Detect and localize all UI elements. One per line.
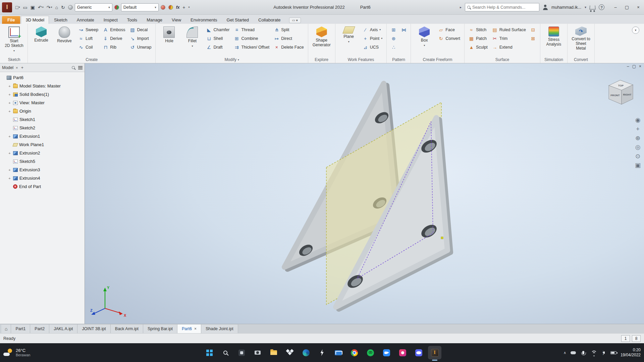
redo-button[interactable]: ↷▾ [46,4,53,11]
tree-item-part6[interactable]: Part6 [1,73,85,82]
taskbar-inventor-icon[interactable] [428,346,441,359]
tray-battery-icon[interactable] [610,350,616,356]
taskbar-spotify-icon[interactable] [364,346,377,359]
revolve-button[interactable]: Revolve [53,25,75,45]
convert-button[interactable]: ↻Convert [436,34,462,43]
draft-button[interactable]: ∠Draft [204,43,231,51]
new-file-button[interactable]: □▾ [14,4,21,11]
taskbar-zoom-icon[interactable] [380,346,393,359]
derive-button[interactable]: ⇓Derive [101,34,127,43]
tree-item-end-of-part[interactable]: End of Part [1,182,85,191]
rib-button[interactable]: ⊓Rib [101,43,127,51]
replace-face-icon-button[interactable]: ⊟ [529,25,538,34]
panel-label-sketch[interactable]: Sketch [1,56,28,63]
browser-search-icon[interactable] [72,66,75,69]
collapse-search-icon[interactable]: ▸ [460,5,462,9]
doc-tab-joint-3b-ipt[interactable]: JOINT 3B.ipt [77,324,110,333]
measure-button[interactable]: + [181,4,186,11]
emboss-button[interactable]: AEmboss [101,25,127,34]
panel-label-pattern[interactable]: Pattern [387,56,411,63]
hidden-icons-chevron[interactable]: ∧ [564,351,566,355]
shape-generator-button[interactable]: Shape Generator [311,25,333,49]
orbit-icon[interactable]: ◎ [635,144,641,150]
panel-label-explore[interactable]: Explore [308,56,335,63]
point-button[interactable]: +Point▾ [361,34,384,43]
ribbon-tab-tools[interactable]: Tools [123,16,142,24]
tree-item-view-master[interactable]: +View: Master [1,99,85,107]
doc-tab-shade-joint-ipt[interactable]: Shade Joint.ipt [201,324,238,333]
zoom-icon[interactable]: ⊕ [635,135,640,141]
delete-face-button[interactable]: ×Delete Face [272,43,305,51]
taskbar-zap-icon[interactable] [315,346,329,359]
face-button[interactable]: ▱Face [436,25,462,34]
taskbar-dropbox-icon[interactable] [283,346,297,359]
tree-item-extrusion3[interactable]: +Extrusion3 [1,166,85,174]
tray-cloud-icon[interactable] [570,350,576,356]
browser-tab-model[interactable]: Model [2,65,13,70]
look-at-icon[interactable]: ⊙ [635,153,640,159]
cart-icon[interactable] [589,5,595,9]
home-tab[interactable]: ⌂ [1,324,11,333]
axis-button[interactable]: ∕Axis▾ [361,25,384,34]
rectangular-pattern-icon-button[interactable]: ⊞ [389,25,398,34]
taskbar-task-view-icon[interactable] [235,346,248,359]
taskbar-discord-icon[interactable] [412,346,425,359]
navigation-wheel-icon[interactable]: ◉ [635,117,641,123]
circular-pattern-icon-button[interactable]: ⊛ [389,34,398,43]
ruled-surface-button[interactable]: ▤Ruled Surface [490,25,528,34]
thicken-offset-button[interactable]: ⇉Thicken/ Offset [232,43,271,51]
panel-label-convert[interactable]: Convert [568,56,594,63]
ribbon-tab-annotate[interactable]: Annotate [72,16,99,24]
taskbar-start-icon[interactable] [203,346,216,359]
panel-label-create[interactable]: Create [28,56,155,63]
taskbar-edge-icon[interactable] [299,346,313,359]
fillet-button[interactable]: Fillet▾ [181,25,203,49]
plane-button[interactable]: Plane▾ [338,25,360,44]
ribbon-tab-file[interactable]: File [2,16,20,24]
doc-tab-part6[interactable]: Part6× [177,324,201,333]
tray-volume-icon[interactable] [600,350,606,356]
maximize-button[interactable]: ▢ [621,0,633,15]
appearance-ball-button[interactable] [113,4,120,10]
sculpt-button[interactable]: ▲Sculpt [467,43,489,51]
parameters-button[interactable]: fx [175,4,181,10]
tree-item-extrusion2[interactable]: +Extrusion2 [1,149,85,157]
material-ball-button[interactable] [67,4,74,10]
convert-to-sheet-metal-button[interactable]: Convert to Sheet Metal [570,25,592,52]
expand-icon[interactable]: + [8,84,11,88]
ribbon-tab-3d-model[interactable]: 3D Model [21,16,49,24]
ribbon-tab-manage[interactable]: Manage [142,16,167,24]
open-button[interactable]: ▭ [22,4,28,11]
appearance-select[interactable]: Default▾ [121,3,159,11]
delete-surface-icon-button[interactable]: ⊠ [529,34,538,43]
extrude-button[interactable]: Extrude [30,25,52,44]
doc-tab-part2[interactable]: Part2 [30,324,49,333]
expand-icon[interactable]: + [8,151,11,155]
tree-item-work-plane1[interactable]: Work Plane1 [1,140,85,149]
taskbar-camera-icon[interactable] [251,346,264,359]
patch-button[interactable]: ▦Patch [467,34,489,43]
help-icon[interactable]: ? [599,4,604,10]
doc-close-button[interactable]: × [639,64,641,69]
qat-customize-button[interactable]: ▾ [187,5,191,9]
trim-button[interactable]: ✂Trim [490,34,528,43]
expand-icon[interactable]: + [8,134,11,138]
extend-button[interactable]: →Extend [490,43,528,51]
mirror-icon-button[interactable]: ⋈ [399,25,408,34]
tree-item-extrusion4[interactable]: +Extrusion4 [1,174,85,182]
ucs-button[interactable]: ⊿UCS [361,43,384,51]
tree-item-solid-bodies-1[interactable]: +Solid Bodies(1) [1,90,85,99]
coil-button[interactable]: ∿Coil [76,43,100,51]
thread-button[interactable]: ≡Thread [232,25,271,34]
user-menu[interactable]: muhammad.ik... [551,5,581,10]
taskbar-chrome-icon[interactable] [347,346,361,359]
help-search-input[interactable] [472,5,537,10]
undo-button[interactable]: ↶▾ [37,4,45,11]
close-button[interactable]: × [633,0,644,15]
tree-item-extrusion1[interactable]: +Extrusion1 [1,132,85,140]
taskbar-chat-icon[interactable] [396,346,409,359]
tree-item-origin[interactable]: +Origin [1,107,85,115]
update-button[interactable]: ↻ [60,4,66,11]
browser-add-tab-icon[interactable]: + [21,65,23,70]
doc-tab-spring-bar-ipt[interactable]: Spring Bar.ipt [143,324,177,333]
